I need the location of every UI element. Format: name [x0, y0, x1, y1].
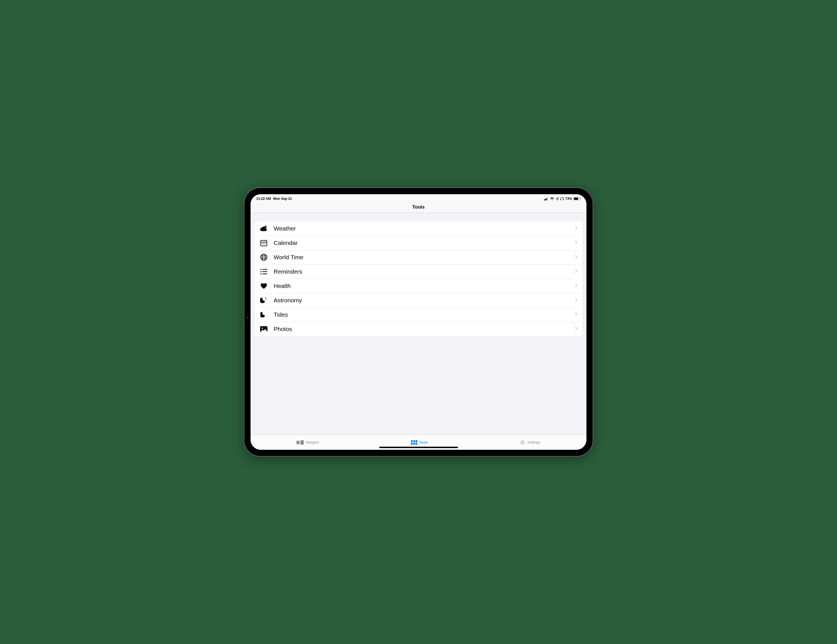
location-icon	[556, 197, 559, 200]
svg-rect-39	[413, 440, 415, 442]
nav-bar: Tools	[251, 202, 586, 213]
svg-point-28	[261, 271, 261, 272]
row-label: Astronomy	[274, 297, 575, 304]
row-label: Calendar	[274, 239, 575, 246]
tab-label: Tools	[419, 440, 428, 444]
tools-row-weather[interactable]: Weather	[254, 221, 583, 236]
battery-icon	[573, 197, 581, 200]
svg-rect-0	[544, 199, 545, 200]
tools-row-photos[interactable]: Photos	[254, 322, 583, 336]
ipad-device-frame: 11:22 AM Mon Sep 21 73%	[245, 188, 592, 456]
gear-icon	[520, 440, 525, 445]
screen: 11:22 AM Mon Sep 21 73%	[251, 194, 586, 450]
svg-rect-42	[413, 443, 415, 445]
svg-rect-2	[546, 198, 547, 200]
chevron-right-icon	[575, 283, 578, 288]
chevron-right-icon	[575, 269, 578, 274]
svg-point-29	[261, 273, 261, 274]
chevron-right-icon	[575, 298, 578, 303]
row-label: Tides	[274, 311, 575, 318]
widgets-icon	[297, 440, 304, 445]
tab-label: Settings	[527, 440, 540, 444]
chevron-right-icon	[575, 326, 578, 331]
calendar-icon	[259, 239, 268, 247]
tools-row-astronomy[interactable]: Astronomy	[254, 293, 583, 307]
globe-icon	[259, 253, 268, 262]
svg-rect-4	[561, 199, 561, 200]
wifi-icon	[550, 197, 554, 200]
battery-percentage: 73%	[565, 197, 572, 201]
svg-line-13	[266, 228, 267, 228]
moon-stars-icon	[259, 296, 268, 305]
chevron-right-icon	[575, 226, 578, 231]
moon-icon	[259, 310, 268, 319]
svg-rect-5	[563, 199, 564, 200]
photo-icon	[259, 325, 268, 333]
row-label: Photos	[274, 326, 575, 333]
row-label: Reminders	[274, 268, 575, 275]
grid-icon	[411, 440, 417, 445]
headphones-icon	[560, 197, 564, 200]
svg-rect-8	[580, 198, 581, 200]
tab-bar: Widgets Tools Settings	[251, 434, 586, 450]
svg-rect-1	[545, 199, 546, 200]
status-date: Mon Sep 21	[273, 197, 292, 201]
tools-row-calendar[interactable]: Calendar	[254, 236, 583, 250]
row-label: World Time	[274, 254, 575, 261]
device-speaker-dots	[247, 317, 248, 327]
svg-point-20	[262, 244, 263, 244]
cellular-icon	[544, 197, 548, 200]
svg-rect-37	[300, 440, 304, 445]
tools-row-reminders[interactable]: Reminders	[254, 264, 583, 279]
tools-row-tides[interactable]: Tides	[254, 307, 583, 322]
status-bar: 11:22 AM Mon Sep 21 73%	[251, 194, 586, 202]
tab-label: Widgets	[306, 440, 319, 444]
svg-rect-3	[547, 198, 548, 200]
svg-rect-38	[411, 440, 413, 442]
row-label: Health	[274, 283, 575, 289]
svg-point-27	[261, 269, 261, 270]
chevron-right-icon	[575, 312, 578, 317]
tools-row-health[interactable]: Health	[254, 279, 583, 293]
tools-list: Weather Calendar World Time	[254, 221, 583, 336]
svg-rect-36	[297, 441, 300, 444]
status-time: 11:22 AM	[256, 197, 271, 201]
svg-point-16	[262, 243, 263, 244]
svg-point-33	[266, 299, 267, 299]
svg-point-23	[265, 244, 266, 244]
tab-widgets[interactable]: Widgets	[297, 440, 319, 445]
svg-rect-14	[261, 240, 267, 246]
home-indicator[interactable]	[379, 447, 458, 448]
svg-point-17	[263, 243, 264, 244]
svg-point-19	[265, 243, 266, 244]
page-title: Tools	[412, 204, 425, 210]
svg-rect-43	[415, 443, 417, 445]
status-right: 73%	[544, 197, 581, 201]
svg-rect-7	[574, 198, 578, 200]
svg-point-22	[264, 244, 265, 244]
tab-tools[interactable]: Tools	[411, 440, 428, 445]
svg-rect-41	[411, 443, 413, 445]
row-label: Weather	[274, 225, 575, 232]
svg-point-35	[262, 327, 263, 329]
svg-point-18	[264, 243, 265, 244]
status-left: 11:22 AM Mon Sep 21	[256, 197, 292, 201]
tools-row-worldtime[interactable]: World Time	[254, 250, 583, 264]
svg-point-21	[263, 244, 264, 244]
content-area[interactable]: Weather Calendar World Time	[251, 213, 586, 434]
tab-settings[interactable]: Settings	[520, 440, 540, 445]
chevron-right-icon	[575, 240, 578, 246]
svg-line-12	[266, 225, 267, 226]
list-icon	[259, 267, 268, 276]
chevron-right-icon	[575, 255, 578, 260]
svg-rect-40	[415, 440, 417, 442]
heart-icon	[259, 282, 268, 290]
weather-icon	[259, 224, 268, 233]
